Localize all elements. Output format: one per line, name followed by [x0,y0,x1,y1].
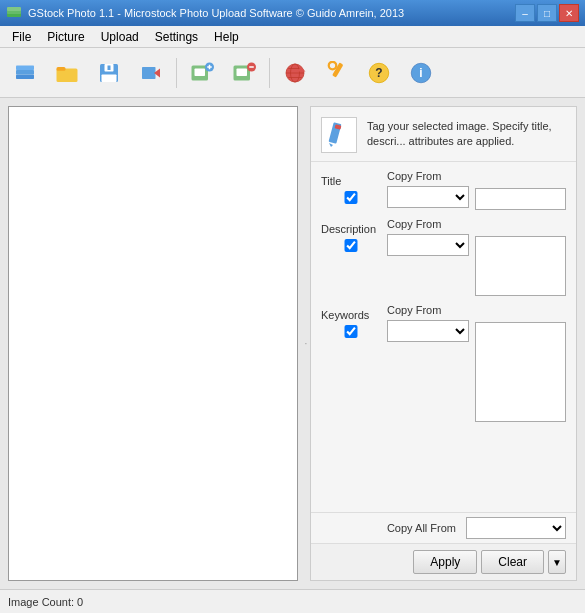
window-title: GStock Photo 1.1 - Microstock Photo Uplo… [28,7,515,19]
toolbar: ? i [0,48,585,98]
fields-area: Title Copy From Description [311,162,576,512]
description-copy-from-label: Copy From [387,218,469,230]
title-checkbox[interactable] [321,191,381,204]
open-folder-icon [55,61,79,85]
title-section: Title Copy From [321,170,566,210]
keywords-checkbox[interactable] [321,325,381,338]
keywords-right-col: Copy From [387,304,469,342]
keywords-label: Keywords [321,306,381,321]
svg-rect-4 [16,70,34,75]
menu-picture[interactable]: Picture [39,28,92,46]
clear-button[interactable]: Clear [481,550,544,574]
description-checkbox[interactable] [321,239,381,252]
main-content: · Tag your selected image. Specify title… [0,98,585,589]
layers-icon [13,61,37,85]
save-button[interactable] [90,54,128,92]
menu-bar: File Picture Upload Settings Help [0,26,585,48]
description-left-col: Description [321,218,381,252]
title-input[interactable] [475,188,567,210]
export-icon [139,61,163,85]
image-preview-panel [8,106,298,581]
menu-help[interactable]: Help [206,28,247,46]
svg-rect-3 [16,74,34,79]
description-input[interactable] [475,236,567,296]
keywords-input[interactable] [475,322,567,422]
tag-description: Tag your selected image. Specify title, … [367,117,566,150]
toolbar-separator-2 [269,58,270,88]
keywords-copy-from-label: Copy From [387,304,469,316]
svg-rect-2 [7,7,21,11]
svg-rect-20 [237,68,248,76]
svg-marker-36 [329,143,333,147]
settings-button[interactable] [318,54,356,92]
add-image-icon [190,61,214,85]
layers-button[interactable] [6,54,44,92]
pencil-icon [325,121,353,149]
menu-upload[interactable]: Upload [93,28,147,46]
apply-button[interactable]: Apply [413,550,477,574]
add-image-button[interactable] [183,54,221,92]
help-button[interactable]: ? [360,54,398,92]
title-left-col: Title [321,170,381,204]
title-right-col: Copy From [387,170,469,208]
help-icon: ? [367,61,391,85]
status-bar: Image Count: 0 [0,589,585,613]
panel-divider: · [302,98,310,589]
title-bar: GStock Photo 1.1 - Microstock Photo Uplo… [0,0,585,26]
svg-rect-22 [249,66,254,68]
description-copy-from-select[interactable] [387,234,469,256]
svg-text:i: i [419,65,422,79]
minimize-button[interactable]: – [515,4,535,22]
copy-all-from-select[interactable] [466,517,566,539]
svg-rect-11 [108,65,111,70]
globe-button[interactable] [276,54,314,92]
save-icon [97,61,121,85]
info-button[interactable]: i [402,54,440,92]
copy-all-from-label: Copy All From [387,522,456,534]
wrench-icon [325,61,349,85]
svg-rect-18 [209,64,211,69]
app-icon [6,5,22,21]
keywords-left-col: Keywords [321,304,381,338]
svg-rect-12 [142,67,156,79]
remove-image-icon [232,61,256,85]
menu-settings[interactable]: Settings [147,28,206,46]
svg-rect-10 [102,74,117,82]
copy-all-from-row: Copy All From [311,512,576,543]
title-label: Title [321,172,381,187]
title-copy-from-select[interactable] [387,186,469,208]
svg-rect-7 [57,67,66,71]
menu-file[interactable]: File [4,28,39,46]
tag-header: Tag your selected image. Specify title, … [311,107,576,162]
open-folder-button[interactable] [48,54,86,92]
tag-icon-container [321,117,357,153]
description-right-col: Copy From [387,218,469,256]
keywords-copy-from-select[interactable] [387,320,469,342]
close-button[interactable]: ✕ [559,4,579,22]
globe-icon [283,61,307,85]
export-button[interactable] [132,54,170,92]
description-section: Description Copy From [321,218,566,296]
description-label: Description [321,220,381,235]
window-controls: – □ ✕ [515,4,579,22]
maximize-button[interactable]: □ [537,4,557,22]
svg-rect-5 [16,65,34,70]
svg-point-30 [329,61,337,69]
clear-dropdown-button[interactable]: ▼ [548,550,566,574]
right-panel: Tag your selected image. Specify title, … [310,106,577,581]
image-count-label: Image Count: 0 [8,596,83,608]
info-icon: i [409,61,433,85]
svg-text:?: ? [375,65,382,79]
title-copy-from-label: Copy From [387,170,469,182]
svg-rect-15 [195,68,206,76]
toolbar-separator-1 [176,58,177,88]
remove-image-button[interactable] [225,54,263,92]
keywords-section: Keywords Copy From [321,304,566,422]
action-buttons-row: Apply Clear ▼ [311,543,576,580]
